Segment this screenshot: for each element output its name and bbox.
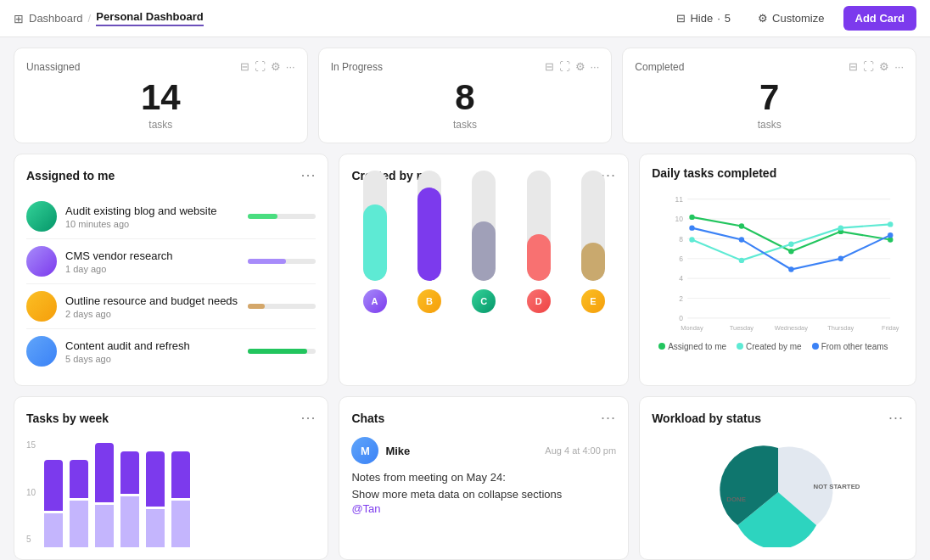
gear-icon3[interactable]: ⚙ xyxy=(879,60,889,73)
expand-icon2[interactable]: ⛶ xyxy=(559,60,570,73)
bar-track xyxy=(363,171,387,281)
completed-card: Completed ⊟ ⛶ ⚙ ··· 7 tasks xyxy=(622,48,916,143)
stat-icons-2: ⊟ ⛶ ⚙ ··· xyxy=(545,60,600,73)
task-bar-container xyxy=(248,214,316,219)
week-bar-bottom xyxy=(171,501,190,547)
week-bar-bottom xyxy=(146,509,165,547)
task-name: CMS vendor research xyxy=(65,249,239,262)
task-avatar xyxy=(26,291,57,322)
chat-line1: Notes from meeting on May 24: xyxy=(351,469,616,486)
svg-point-20 xyxy=(739,258,744,263)
gear-icon2[interactable]: ⚙ xyxy=(575,60,585,73)
svg-text:10: 10 xyxy=(675,215,684,223)
stat-icons: ⊟ ⛶ ⚙ ··· xyxy=(240,60,295,73)
svg-text:Friday: Friday xyxy=(882,324,899,332)
task-item[interactable]: Audit existing blog and website 10 minut… xyxy=(26,194,316,239)
week-bar-col xyxy=(171,451,190,547)
more-icon[interactable]: ··· xyxy=(286,60,295,73)
expand-icon3[interactable]: ⛶ xyxy=(863,60,874,73)
week-y-10: 10 xyxy=(26,488,36,497)
hide-button[interactable]: ⊟ Hide · 5 xyxy=(668,7,739,30)
week-y-axis: 15 10 5 xyxy=(26,440,36,547)
week-bar-col xyxy=(70,460,88,547)
chat-mention[interactable]: @Tan xyxy=(351,502,616,515)
task-list: Audit existing blog and website 10 minut… xyxy=(26,194,316,373)
task-bar xyxy=(248,304,265,309)
add-card-button[interactable]: Add Card xyxy=(843,6,917,31)
task-item[interactable]: Content audit and refresh 5 days ago xyxy=(26,329,316,373)
week-bars xyxy=(39,440,316,547)
task-avatar-initial xyxy=(26,201,57,232)
week-bar-top xyxy=(171,451,190,498)
filter-icon2[interactable]: ⊟ xyxy=(545,60,554,73)
task-item[interactable]: Outline resource and budget needs 2 days… xyxy=(26,284,316,329)
expand-icon[interactable]: ⛶ xyxy=(255,60,266,73)
task-info: CMS vendor research 1 day ago xyxy=(65,249,239,274)
svg-text:Thursday: Thursday xyxy=(827,324,854,332)
legend-other: From other teams xyxy=(812,342,888,351)
assigned-title: Assigned to me xyxy=(26,169,115,182)
assigned-to-me-card: Assigned to me ··· Audit existing blog a… xyxy=(14,154,328,386)
bar-fill xyxy=(581,243,605,281)
week-bar-top xyxy=(44,460,63,511)
unassigned-label: Unassigned xyxy=(26,61,80,73)
chat-time: Aug 4 at 4:00 pm xyxy=(545,445,616,456)
filter-icon[interactable]: ⊟ xyxy=(240,60,249,73)
stats-row: Unassigned ⊟ ⛶ ⚙ ··· 14 tasks In Progres… xyxy=(14,48,916,143)
week-title: Tasks by week xyxy=(26,412,109,425)
more-icon3[interactable]: ··· xyxy=(894,60,904,73)
chat-avatar-initial: M xyxy=(361,445,370,457)
week-bar-top xyxy=(70,460,88,498)
workload-more-button[interactable]: ··· xyxy=(888,409,904,427)
task-time: 2 days ago xyxy=(65,309,239,319)
task-name: Outline resource and budget needs xyxy=(65,294,239,307)
chats-card: Chats ··· M Mike Aug 4 at 4:00 pm Notes … xyxy=(339,396,629,560)
workload-card: Workload by status ··· DONE NOT STARTED xyxy=(639,396,916,560)
week-bar-top xyxy=(120,451,139,494)
task-name: Audit existing blog and website xyxy=(65,204,239,217)
svg-point-23 xyxy=(888,221,893,227)
filter-icon: ⊟ xyxy=(676,12,686,25)
bar-fill xyxy=(527,234,551,281)
svg-text:Tuesday: Tuesday xyxy=(730,324,754,332)
task-info: Outline resource and budget needs 2 days… xyxy=(65,294,239,319)
assigned-more-button[interactable]: ··· xyxy=(300,166,316,184)
header-actions: ⊟ Hide · 5 ⚙ Customize Add Card xyxy=(668,6,916,31)
chats-more-button[interactable]: ··· xyxy=(601,409,616,427)
week-bar-top xyxy=(95,443,114,502)
bar-track xyxy=(417,171,441,281)
workload-pie: DONE NOT STARTED xyxy=(652,437,904,547)
task-bar-container xyxy=(248,259,316,264)
bar-column: E xyxy=(581,171,605,313)
svg-point-27 xyxy=(838,256,843,261)
filter-icon3[interactable]: ⊟ xyxy=(849,60,858,73)
stat-icons-3: ⊟ ⛶ ⚙ ··· xyxy=(849,60,904,73)
hide-count: · xyxy=(717,12,720,25)
week-bar-col xyxy=(146,451,165,547)
week-y-15: 15 xyxy=(26,440,36,450)
bar-column: C xyxy=(472,171,496,313)
task-avatar-initial xyxy=(26,246,57,277)
daily-chart-area: 11 10 8 6 4 2 0 xyxy=(652,190,904,351)
task-avatar xyxy=(26,246,57,277)
chat-line2: Show more meta data on collapse sections xyxy=(351,486,616,503)
bar-fill xyxy=(472,221,496,281)
customize-button[interactable]: ⚙ Customize xyxy=(749,7,832,30)
workload-pie-chart: DONE NOT STARTED xyxy=(693,437,863,547)
chat-message: M Mike Aug 4 at 4:00 pm Notes from meeti… xyxy=(351,437,616,515)
bottom-row: Tasks by week ··· 15 10 5 xyxy=(14,396,916,560)
task-time: 1 day ago xyxy=(65,264,239,274)
bar-avatar: A xyxy=(363,289,387,313)
daily-line-chart: 11 10 8 6 4 2 0 xyxy=(652,190,904,334)
task-item[interactable]: CMS vendor research 1 day ago xyxy=(26,239,316,284)
breadcrumb: ⊞ Dashboard / Personal Dashboard xyxy=(14,10,204,26)
bar-track xyxy=(527,171,551,281)
svg-point-25 xyxy=(739,237,744,242)
week-more-button[interactable]: ··· xyxy=(300,409,316,427)
task-avatar xyxy=(26,201,57,232)
svg-text:11: 11 xyxy=(675,195,684,204)
more-icon2[interactable]: ··· xyxy=(591,60,600,73)
gear-icon[interactable]: ⚙ xyxy=(271,60,281,73)
task-bar xyxy=(248,259,286,264)
customize-label: Customize xyxy=(772,12,824,25)
